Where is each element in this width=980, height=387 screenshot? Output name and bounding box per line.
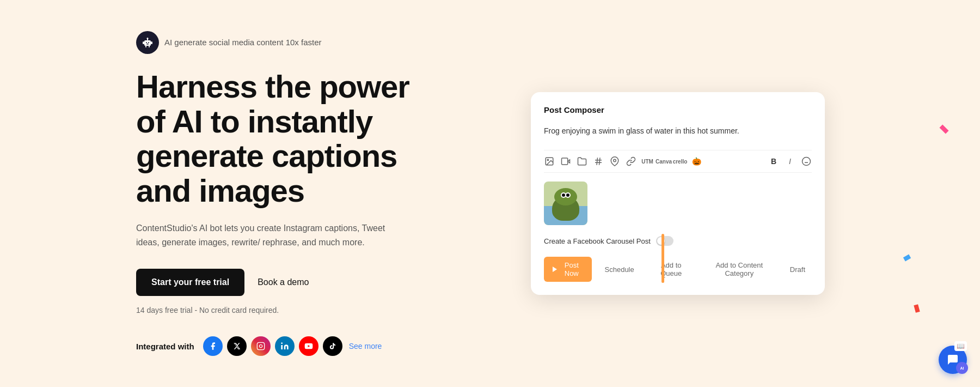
- book-demo-button[interactable]: Book a demo: [258, 277, 309, 287]
- draft-button[interactable]: Draft: [783, 261, 812, 278]
- composer-card: Post Composer Frog enjoying a swim in gl…: [531, 92, 825, 295]
- canva-icon[interactable]: Canva: [658, 156, 669, 167]
- svg-rect-6: [143, 41, 144, 44]
- svg-point-12: [281, 343, 283, 344]
- location-icon[interactable]: [609, 156, 620, 167]
- svg-point-23: [803, 158, 811, 166]
- youtube-icon[interactable]: [299, 336, 318, 356]
- chat-widget: 📖 AI: [939, 346, 967, 374]
- link-icon[interactable]: [626, 156, 636, 167]
- see-more-link[interactable]: See more: [349, 342, 382, 350]
- right-content: Post Composer Frog enjoying a swim in gl…: [485, 92, 871, 295]
- announcement-text: AI generate social media content 10x fas…: [164, 38, 322, 47]
- book-icon: 📖: [954, 341, 967, 351]
- orange-bar: [661, 234, 664, 283]
- facebook-icon[interactable]: [203, 336, 223, 356]
- toolbar-right-icons: B I: [768, 156, 812, 167]
- svg-point-22: [614, 159, 616, 162]
- confetti-blue-1: [903, 255, 911, 262]
- carousel-toggle-switch[interactable]: [656, 236, 673, 246]
- crello-icon[interactable]: crello: [675, 156, 685, 167]
- social-icons-list: See more: [203, 336, 382, 356]
- svg-rect-8: [145, 46, 146, 47]
- svg-rect-2: [148, 42, 149, 43]
- post-now-button[interactable]: Post Now: [544, 257, 592, 282]
- svg-rect-9: [149, 46, 150, 47]
- robot-icon: [136, 31, 159, 54]
- tiktok-icon[interactable]: [323, 336, 342, 356]
- hero-title: Harness the power of AI to instantly gen…: [136, 69, 419, 208]
- composer-body-text: Frog enjoying a swim in glass of water i…: [544, 125, 812, 137]
- svg-rect-7: [151, 41, 152, 44]
- announcement-bar: AI generate social media content 10x fas…: [136, 31, 419, 54]
- add-to-queue-button[interactable]: Add to Queue: [647, 257, 695, 282]
- confetti-pink-1: [940, 125, 949, 134]
- emoji-pumpkin-icon[interactable]: 🎃: [691, 156, 702, 167]
- video-icon[interactable]: [560, 156, 571, 167]
- integrations-row: Integrated with: [136, 336, 419, 356]
- x-twitter-icon[interactable]: [227, 336, 247, 356]
- confetti-red-2: [914, 304, 920, 313]
- italic-icon[interactable]: I: [785, 156, 795, 167]
- ai-badge: AI: [956, 362, 968, 374]
- svg-line-20: [597, 158, 598, 165]
- integrations-label: Integrated with: [136, 342, 194, 351]
- svg-rect-16: [562, 158, 568, 165]
- composer-actions: Post Now Schedule Add to Queue Add to Co…: [544, 257, 812, 282]
- svg-rect-3: [146, 44, 149, 45]
- composer-toolbar: UTM Canva crello 🎃 B I: [544, 150, 812, 173]
- svg-rect-0: [144, 40, 151, 46]
- svg-rect-1: [146, 42, 147, 43]
- start-trial-button[interactable]: Start your free trial: [136, 269, 244, 296]
- add-to-content-category-button[interactable]: Add to Content Category: [702, 257, 777, 282]
- instagram-icon[interactable]: [251, 336, 271, 356]
- svg-rect-10: [257, 343, 264, 350]
- left-content: AI generate social media content 10x fas…: [136, 31, 419, 356]
- trial-note: 14 days free trial - No credit card requ…: [136, 306, 419, 315]
- hashtag-icon[interactable]: [593, 156, 604, 167]
- linkedin-icon[interactable]: [275, 336, 295, 356]
- utm-label[interactable]: UTM: [642, 156, 653, 167]
- frog-image: [544, 182, 587, 225]
- hero-description: ContentStudio's AI bot lets you create I…: [136, 221, 387, 249]
- svg-point-15: [547, 159, 548, 160]
- image-icon[interactable]: [544, 156, 555, 167]
- emoji-icon[interactable]: [801, 156, 812, 167]
- cta-buttons: Start your free trial Book a demo: [136, 269, 419, 296]
- schedule-button[interactable]: Schedule: [598, 261, 641, 278]
- svg-point-5: [147, 38, 149, 39]
- carousel-toggle-row: Create a Facebook Carousel Post: [544, 236, 812, 246]
- play-icon: [553, 267, 557, 272]
- carousel-label: Create a Facebook Carousel Post: [544, 237, 651, 245]
- bold-icon[interactable]: B: [768, 156, 779, 167]
- composer-title: Post Composer: [544, 105, 812, 114]
- folder-icon[interactable]: [577, 156, 587, 167]
- svg-line-21: [599, 158, 601, 165]
- composer-image-area: [544, 182, 812, 225]
